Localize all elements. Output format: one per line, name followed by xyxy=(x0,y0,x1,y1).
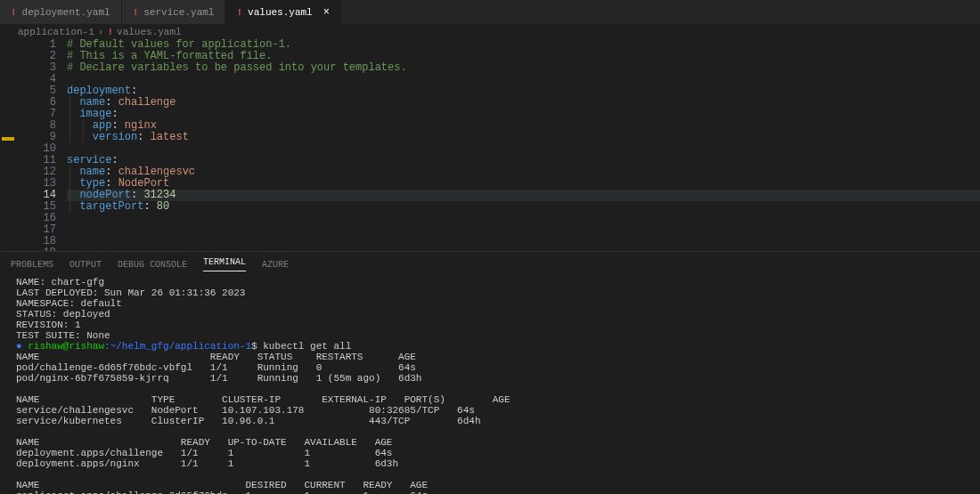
panel-tab-bar: PROBLEMS OUTPUT DEBUG CONSOLE TERMINAL A… xyxy=(0,252,980,277)
warning-decoration-icon xyxy=(2,137,14,141)
yaml-file-icon: ! xyxy=(107,27,113,37)
tab-problems[interactable]: PROBLEMS xyxy=(11,260,53,270)
bottom-panel: PROBLEMS OUTPUT DEBUG CONSOLE TERMINAL A… xyxy=(0,251,980,494)
yaml-file-icon: ! xyxy=(133,7,139,18)
yaml-file-icon: ! xyxy=(236,7,242,18)
tab-output[interactable]: OUTPUT xyxy=(69,260,102,270)
tab-label: service.yaml xyxy=(143,7,214,18)
breadcrumb-separator: › xyxy=(98,27,104,37)
tab-terminal[interactable]: TERMINAL xyxy=(203,257,246,271)
terminal-output[interactable]: NAME: chart-gfg LAST DEPLOYED: Sun Mar 2… xyxy=(0,277,980,494)
tab-service-yaml[interactable]: ! service.yaml xyxy=(122,0,226,24)
breadcrumb-folder[interactable]: application-1 xyxy=(18,27,94,37)
tab-azure[interactable]: AZURE xyxy=(262,260,289,270)
editor-tab-bar: ! deployment.yaml ! service.yaml ! value… xyxy=(0,0,980,25)
tab-deployment-yaml[interactable]: ! deployment.yaml xyxy=(0,0,122,24)
breadcrumb-file[interactable]: values.yaml xyxy=(117,27,182,37)
breadcrumb: application-1 › ! values.yaml xyxy=(0,25,980,39)
tab-label: values.yaml xyxy=(248,7,313,18)
tab-label: deployment.yaml xyxy=(22,7,110,18)
code-content[interactable]: # Default values for application-1.# Thi… xyxy=(67,39,980,251)
yaml-file-icon: ! xyxy=(11,7,17,18)
code-editor[interactable]: 12345678910111213141516171819 # Default … xyxy=(0,39,980,251)
close-icon[interactable]: × xyxy=(323,6,330,19)
line-number-gutter: 12345678910111213141516171819 xyxy=(18,39,67,251)
tab-debug-console[interactable]: DEBUG CONSOLE xyxy=(118,260,187,270)
editor-margin xyxy=(0,39,18,251)
tab-values-yaml[interactable]: ! values.yaml × xyxy=(225,0,340,24)
